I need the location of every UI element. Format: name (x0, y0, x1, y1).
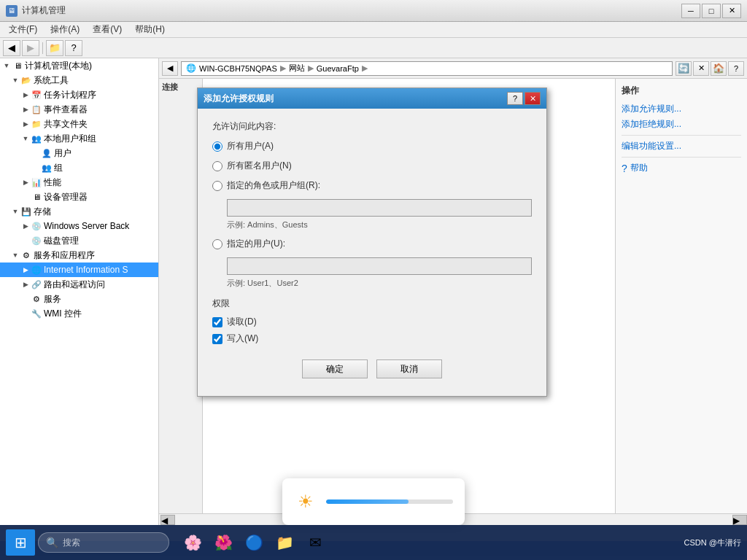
start-button[interactable]: ⊞ (6, 529, 35, 556)
radio-row-user: 指定的用户(U): (212, 238, 532, 250)
radio-label-user[interactable]: 指定的用户(U): (227, 238, 285, 250)
radio-row-all-users: 所有用户(A) (212, 140, 532, 152)
taskbar-app-1[interactable]: 🌺 (209, 529, 238, 556)
modal-close-button[interactable]: ✕ (525, 92, 541, 105)
checkbox-write[interactable] (212, 334, 222, 344)
search-icon: 🔍 (46, 537, 58, 548)
cancel-button[interactable]: 取消 (376, 359, 442, 378)
search-placeholder: 搜索 (63, 537, 80, 549)
taskbar-right-text: CSDN @牛潜行 (684, 537, 741, 548)
modal-dialog: 添加允许授权规则 ? ✕ 允许访问此内容: 所有用户(A) 所有匿名用户(N) (197, 88, 547, 397)
modal-title: 添加允许授权规则 (204, 93, 274, 105)
loading-overlay: ☀ (282, 478, 465, 525)
ok-button[interactable]: 确定 (302, 359, 368, 378)
permissions-title: 权限 (212, 298, 532, 310)
checkbox-row-write: 写入(W) (212, 332, 532, 345)
modal-help-button[interactable]: ? (507, 92, 523, 105)
roles-text-input[interactable] (227, 199, 532, 217)
checkbox-label-write[interactable]: 写入(W) (227, 332, 258, 345)
modal-section-label: 允许访问此内容: (212, 120, 532, 133)
user-example: 示例: User1、User2 (227, 278, 532, 289)
modal-title-bar: 添加允许授权规则 ? ✕ (198, 88, 546, 109)
checkbox-read[interactable] (212, 317, 222, 327)
checkbox-row-read: 读取(D) (212, 316, 532, 328)
radio-specific-user[interactable] (212, 239, 222, 249)
roles-example: 示例: Admins、Guests (227, 219, 532, 230)
radio-roles[interactable] (212, 181, 222, 191)
radio-row-roles: 指定的角色或用户组(R): (212, 179, 532, 192)
taskbar-app-2[interactable]: 🔵 (239, 529, 268, 556)
taskbar-apps: 🌸 🌺 🔵 📁 ✉ (178, 529, 330, 556)
radio-anon-users[interactable] (212, 161, 222, 171)
loading-sun-icon: ☀ (294, 490, 317, 513)
permissions-section: 权限 读取(D) 写入(W) (212, 298, 532, 345)
radio-all-users[interactable] (212, 141, 222, 152)
checkbox-label-read[interactable]: 读取(D) (227, 316, 257, 328)
modal-content: 允许访问此内容: 所有用户(A) 所有匿名用户(N) 指定的角色或用户组(R):… (198, 109, 546, 396)
taskbar-right: CSDN @牛潜行 (684, 537, 741, 548)
radio-row-anon: 所有匿名用户(N) (212, 160, 532, 172)
loading-bar-container (326, 499, 453, 504)
modal-overlay: 添加允许授权规则 ? ✕ 允许访问此内容: 所有用户(A) 所有匿名用户(N) (0, 0, 747, 560)
modal-title-buttons: ? ✕ (507, 92, 541, 105)
taskbar-app-0[interactable]: 🌸 (178, 529, 207, 556)
radio-label-anon[interactable]: 所有匿名用户(N) (227, 160, 292, 172)
user-text-input[interactable] (227, 257, 532, 275)
loading-bar (326, 499, 409, 504)
taskbar: ⊞ 🔍 搜索 🌸 🌺 🔵 📁 ✉ CSDN @牛潜行 (0, 525, 747, 560)
radio-label-all-users[interactable]: 所有用户(A) (227, 140, 274, 152)
taskbar-app-3[interactable]: 📁 (270, 529, 299, 556)
dialog-buttons: 确定 取消 (212, 359, 532, 384)
search-bar[interactable]: 🔍 搜索 (38, 532, 169, 553)
taskbar-app-4[interactable]: ✉ (301, 529, 330, 556)
radio-label-roles[interactable]: 指定的角色或用户组(R): (227, 179, 320, 192)
